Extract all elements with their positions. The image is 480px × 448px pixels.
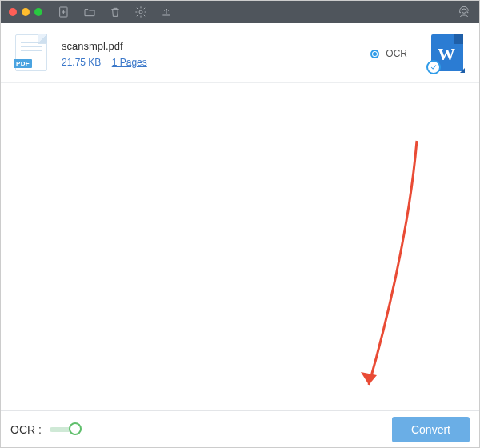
file-pages-link[interactable]: 1 Pages: [112, 57, 147, 68]
empty-area: [1, 83, 479, 410]
output-format-word-icon[interactable]: W: [431, 34, 465, 73]
convert-button[interactable]: Convert: [392, 417, 470, 442]
word-letter: W: [438, 44, 455, 65]
ocr-indicator-label: OCR: [386, 48, 407, 59]
svg-point-4: [462, 9, 466, 13]
window-controls: [9, 8, 42, 16]
ocr-toggle-label: OCR :: [10, 423, 42, 436]
bottom-bar: OCR : Convert: [1, 410, 479, 447]
pdf-file-icon: PDF: [15, 34, 49, 73]
upload-icon[interactable]: [159, 5, 174, 19]
file-row[interactable]: PDF scansmpl.pdf 21.75 KB 1 Pages OCR W: [1, 23, 479, 83]
gear-icon[interactable]: [134, 5, 148, 19]
file-meta: scansmpl.pdf 21.75 KB 1 Pages: [62, 40, 147, 68]
trash-icon[interactable]: [108, 5, 122, 19]
support-icon[interactable]: [457, 5, 471, 19]
file-name: scansmpl.pdf: [62, 40, 147, 52]
zoom-window-button[interactable]: [34, 8, 42, 16]
toolbar-icons: [57, 5, 174, 19]
app-window: PDF scansmpl.pdf 21.75 KB 1 Pages OCR W: [0, 0, 480, 448]
add-file-icon[interactable]: [57, 5, 71, 19]
file-size: 21.75 KB: [62, 57, 101, 68]
svg-point-3: [139, 10, 142, 14]
close-window-button[interactable]: [9, 8, 17, 16]
folder-icon[interactable]: [82, 5, 97, 19]
check-icon: [426, 60, 441, 74]
ocr-toggle[interactable]: [50, 423, 82, 436]
pdf-badge: PDF: [14, 59, 32, 68]
titlebar: [1, 1, 479, 23]
minimize-window-button[interactable]: [22, 8, 30, 16]
dropdown-corner-icon: [460, 68, 465, 73]
file-list: PDF scansmpl.pdf 21.75 KB 1 Pages OCR W: [1, 23, 479, 83]
ocr-radio-icon: [370, 50, 379, 58]
ocr-indicator[interactable]: OCR: [370, 48, 407, 59]
